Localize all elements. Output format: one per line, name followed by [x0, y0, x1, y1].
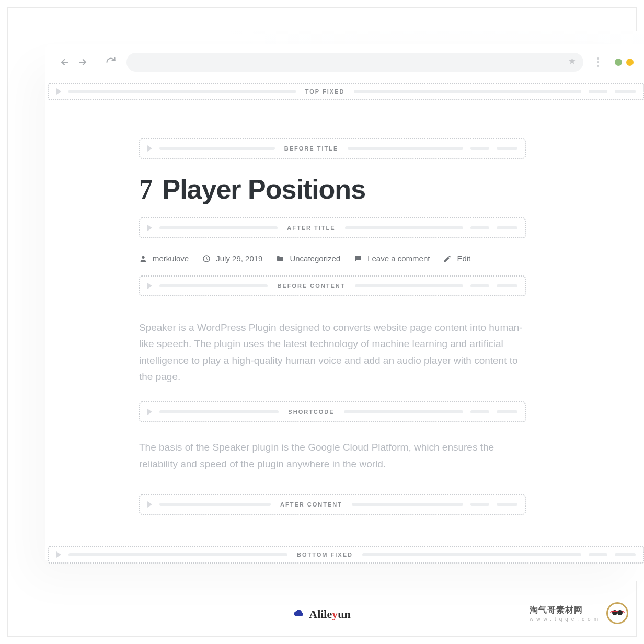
player-slot-before-content[interactable]: BEFORE CONTENT — [139, 275, 526, 296]
progress-track[interactable] — [355, 284, 463, 288]
player-slot-shortcode[interactable]: SHORTCODE — [139, 401, 526, 422]
time-placeholder — [470, 284, 489, 288]
cloud-icon — [293, 607, 305, 621]
time-placeholder — [470, 503, 489, 506]
menu-icon[interactable] — [597, 58, 599, 67]
play-icon[interactable] — [147, 501, 152, 508]
title-number: 7 — [139, 175, 152, 204]
paragraph-1: Speaker is a WordPress Plugin designed t… — [139, 319, 526, 385]
comments-link[interactable]: Leave a comment — [354, 254, 430, 263]
progress-track[interactable] — [348, 147, 463, 150]
progress-track[interactable] — [362, 553, 581, 556]
nav-button-group — [60, 57, 116, 67]
progress-track[interactable] — [159, 503, 271, 506]
svg-point-0 — [142, 256, 144, 258]
progress-track[interactable] — [159, 226, 278, 229]
watermark-alileyun: Alileyun — [293, 607, 350, 621]
time-placeholder — [470, 147, 489, 150]
play-icon[interactable] — [147, 145, 152, 152]
watermark-title: 淘气哥素材网 — [530, 605, 601, 616]
article-column: BEFORE TITLE 7 Player Positions AFTER TI… — [139, 138, 526, 515]
browser-toolbar — [45, 44, 644, 80]
time-placeholder — [615, 90, 636, 93]
play-icon[interactable] — [147, 409, 152, 415]
author-link[interactable]: merkulove — [139, 254, 189, 263]
slot-label: AFTER TITLE — [285, 225, 337, 231]
time-placeholder — [589, 553, 607, 556]
player-slot-after-title[interactable]: AFTER TITLE — [139, 217, 526, 238]
time-placeholder — [615, 553, 636, 556]
traffic-dot — [615, 59, 622, 66]
time-placeholder — [497, 226, 518, 229]
time-placeholder — [470, 226, 489, 229]
reload-icon[interactable] — [106, 57, 116, 67]
play-icon[interactable] — [56, 551, 61, 558]
player-slot-top-fixed[interactable]: TOP FIXED — [48, 83, 644, 100]
progress-track[interactable] — [68, 90, 296, 93]
time-placeholder — [470, 410, 489, 413]
progress-track[interactable] — [345, 226, 463, 229]
slot-label: TOP FIXED — [303, 88, 347, 95]
traffic-lights — [615, 59, 634, 66]
time-placeholder — [497, 503, 518, 506]
category-link[interactable]: Uncategorized — [276, 254, 340, 263]
date-link[interactable]: July 29, 2019 — [202, 254, 262, 263]
player-slot-bottom-fixed[interactable]: BOTTOM FIXED — [48, 546, 644, 564]
pencil-icon — [443, 255, 452, 263]
slot-label: BEFORE CONTENT — [275, 283, 347, 289]
progress-track[interactable] — [159, 410, 279, 413]
progress-track[interactable] — [159, 284, 268, 288]
clock-icon — [202, 255, 211, 263]
slot-label: BEFORE TITLE — [282, 145, 340, 152]
browser-mockup: TOP FIXED BEFORE TITLE 7 Player Position… — [45, 44, 644, 560]
time-placeholder — [589, 90, 607, 93]
time-placeholder — [497, 147, 518, 150]
play-icon[interactable] — [147, 283, 152, 289]
url-bar[interactable] — [126, 53, 583, 72]
progress-track[interactable] — [344, 410, 463, 413]
comment-icon — [354, 255, 362, 263]
traffic-dot — [626, 59, 634, 66]
progress-track[interactable] — [352, 503, 463, 506]
progress-track[interactable] — [354, 90, 581, 93]
page-title: 7 Player Positions — [139, 174, 526, 205]
slot-label: BOTTOM FIXED — [295, 551, 355, 558]
watermark-text: Alile — [309, 607, 332, 620]
progress-track[interactable] — [68, 553, 288, 556]
bookmark-icon[interactable] — [568, 58, 576, 67]
folder-icon — [276, 255, 284, 263]
watermark-tqge: 淘气哥素材网 www.tqge.com — [530, 602, 628, 624]
player-slot-before-title[interactable]: BEFORE TITLE — [139, 138, 526, 159]
time-placeholder — [497, 284, 518, 288]
slot-label: SHORTCODE — [286, 409, 336, 415]
edit-link[interactable]: Edit — [443, 254, 470, 263]
progress-track[interactable] — [159, 147, 275, 150]
play-icon[interactable] — [147, 225, 152, 231]
player-slot-after-content[interactable]: AFTER CONTENT — [139, 494, 526, 515]
watermark-url: www.tqge.com — [530, 616, 601, 622]
back-icon[interactable] — [60, 57, 70, 67]
panda-avatar-icon — [606, 602, 628, 624]
post-meta: merkulove July 29, 2019 Uncategorized Le… — [139, 254, 526, 263]
play-icon[interactable] — [56, 88, 61, 95]
paragraph-2: The basis of the Speaker plugin is the G… — [139, 439, 526, 472]
title-text: Player Positions — [162, 174, 365, 204]
slot-label: AFTER CONTENT — [278, 501, 344, 508]
time-placeholder — [497, 410, 518, 413]
forward-icon[interactable] — [77, 57, 88, 67]
user-icon — [139, 255, 147, 263]
